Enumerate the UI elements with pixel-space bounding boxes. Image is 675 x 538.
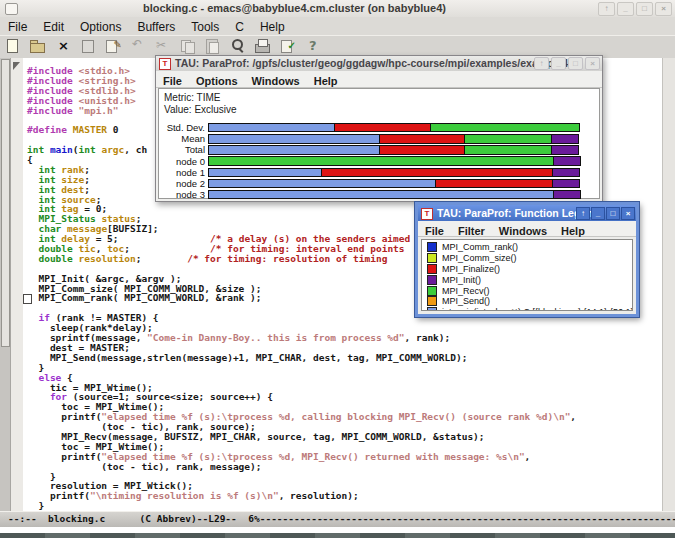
code-line: printf("\ntiming resolution is %f (s)\n"… <box>27 491 661 501</box>
legend-titlebar[interactable]: T TAU: ParaProf: Function Legend ↑_□× <box>418 205 636 221</box>
legend-item[interactable]: MPI_Recv() <box>427 285 632 296</box>
maximize-button[interactable]: □ <box>568 57 583 70</box>
save-as-icon[interactable] <box>103 37 122 55</box>
bar-segment[interactable] <box>208 156 554 166</box>
chart-row: Mean <box>159 133 599 144</box>
bar-segment[interactable] <box>208 123 335 133</box>
legend-color-chip <box>427 253 437 263</box>
paraprof-window: T TAU: ParaProf: /gpfs/cluster/geog/ggda… <box>155 55 603 202</box>
new-file-icon[interactable] <box>3 37 22 55</box>
cut-icon[interactable] <box>153 37 172 55</box>
left-scrollbar[interactable] <box>0 58 11 511</box>
close-button[interactable]: × <box>621 207 635 220</box>
emacs-titlebar[interactable]: blocking.c - emacs@babyblue4.cm.cluster … <box>0 0 675 18</box>
menu-item-buffers[interactable]: Buffers <box>129 18 183 36</box>
bar-segment[interactable] <box>551 145 579 155</box>
legend-item[interactable]: MPI_Comm_rank() <box>427 242 632 253</box>
bar-segment[interactable] <box>208 168 322 178</box>
menu-item-file[interactable]: File <box>418 224 451 238</box>
screen: blocking.c - emacs@babyblue4.cm.cluster … <box>0 0 675 538</box>
legend-item[interactable]: MPI_Comm_size() <box>427 253 632 264</box>
help-icon[interactable] <box>303 37 322 55</box>
chart-row: node 2 <box>159 178 599 189</box>
save-icon[interactable] <box>78 37 97 55</box>
menu-item-help[interactable]: Help <box>252 18 293 36</box>
bar-segment[interactable] <box>208 179 436 189</box>
bar-segment[interactable] <box>435 179 553 189</box>
chart-row-label: node 3 <box>159 189 208 200</box>
legend-item[interactable]: MPI_Init() <box>427 274 632 285</box>
undo-icon[interactable] <box>128 37 147 55</box>
menu-item-options[interactable]: Options <box>189 74 245 88</box>
shade-button[interactable]: ↑ <box>534 57 549 70</box>
shade-button[interactable]: ↑ <box>598 2 615 16</box>
customize-icon[interactable] <box>278 37 297 55</box>
function-legend-window: T TAU: ParaProf: Function Legend ↑_□× Fi… <box>415 202 639 317</box>
fringe-truncation-icon <box>13 62 20 70</box>
bar-segment[interactable] <box>552 168 580 178</box>
bar-segment[interactable] <box>553 156 581 166</box>
paraprof-titlebar[interactable]: T TAU: ParaProf: /gpfs/cluster/geog/ggda… <box>156 56 602 72</box>
print-icon[interactable] <box>253 37 272 55</box>
legend-item[interactable]: MPI_Send() <box>427 296 632 307</box>
bar-segment[interactable] <box>551 134 579 144</box>
menu-item-help[interactable]: Help <box>554 224 592 238</box>
minimize-button[interactable]: _ <box>617 2 634 16</box>
bar-segment[interactable] <box>208 145 380 155</box>
legend-menubar: FileFilterWindowsHelp <box>418 221 636 237</box>
close-button[interactable]: × <box>655 2 672 16</box>
menu-item-windows[interactable]: Windows <box>492 224 554 238</box>
bar-segment[interactable] <box>379 145 465 155</box>
bar-segment[interactable] <box>208 190 554 200</box>
copy-icon[interactable] <box>178 37 197 55</box>
minimize-button[interactable]: _ <box>591 207 605 220</box>
bar-segment[interactable] <box>430 123 580 133</box>
bar-segment[interactable] <box>334 123 431 133</box>
paste-icon[interactable] <box>203 37 222 55</box>
paraprof-menubar: FileOptionsWindowsHelp <box>156 71 602 88</box>
menu-item-help[interactable]: Help <box>307 74 345 88</box>
maximize-button[interactable]: □ <box>606 207 620 220</box>
kill-buffer-icon[interactable] <box>53 37 72 55</box>
stacked-bar-chart: Std. Dev.MeanTotalnode 0node 1node 2node… <box>159 122 599 200</box>
bar-segment[interactable] <box>379 134 465 144</box>
stacked-bar <box>208 123 582 133</box>
menu-item-windows[interactable]: Windows <box>245 74 307 88</box>
menu-item-c[interactable]: C <box>227 18 252 36</box>
bar-segment[interactable] <box>321 168 553 178</box>
bar-segment[interactable] <box>552 179 580 189</box>
modeline-dashes: ----------------------------------------… <box>260 513 675 524</box>
menu-item-file[interactable]: File <box>0 18 35 36</box>
menu-item-file[interactable]: File <box>156 74 189 88</box>
open-folder-icon[interactable] <box>28 37 47 55</box>
menu-item-tools[interactable]: Tools <box>183 18 227 36</box>
emacs-window-controls: ↑_□× <box>598 2 672 16</box>
bar-segment[interactable] <box>464 145 552 155</box>
minimize-button[interactable]: _ <box>551 57 566 70</box>
legend-item-label: int main(int, char **) C [{blocking.c} {… <box>442 307 633 311</box>
bar-segment[interactable] <box>553 190 581 200</box>
tau-logo-icon: T <box>421 208 433 220</box>
scrollbar-thumb[interactable] <box>1 59 10 347</box>
legend-item[interactable]: MPI_Finalize() <box>427 264 632 275</box>
maximize-button[interactable]: □ <box>636 2 653 16</box>
menu-item-filter[interactable]: Filter <box>451 224 492 238</box>
legend-color-chip <box>427 275 437 285</box>
stacked-bar <box>208 145 582 155</box>
emacs-menubar: FileEditOptionsBuffersToolsCHelp <box>0 17 675 35</box>
editor-fringe <box>11 58 23 511</box>
chart-row-label: Mean <box>159 133 208 144</box>
legend-color-chip <box>427 286 437 296</box>
chart-row: Total <box>159 144 599 155</box>
close-button[interactable]: × <box>585 57 600 70</box>
shade-button[interactable]: ↑ <box>576 207 590 220</box>
legend-item[interactable]: int main(int, char **) C [{blocking.c} {… <box>427 307 632 311</box>
legend-color-chip <box>427 307 437 311</box>
bar-segment[interactable] <box>208 134 380 144</box>
code-line: (toc - tic), rank, message); <box>27 462 661 472</box>
chart-row-label: Std. Dev. <box>159 122 208 133</box>
bar-segment[interactable] <box>464 134 552 144</box>
search-icon[interactable] <box>228 37 247 55</box>
menu-item-edit[interactable]: Edit <box>35 18 72 36</box>
menu-item-options[interactable]: Options <box>72 18 129 36</box>
